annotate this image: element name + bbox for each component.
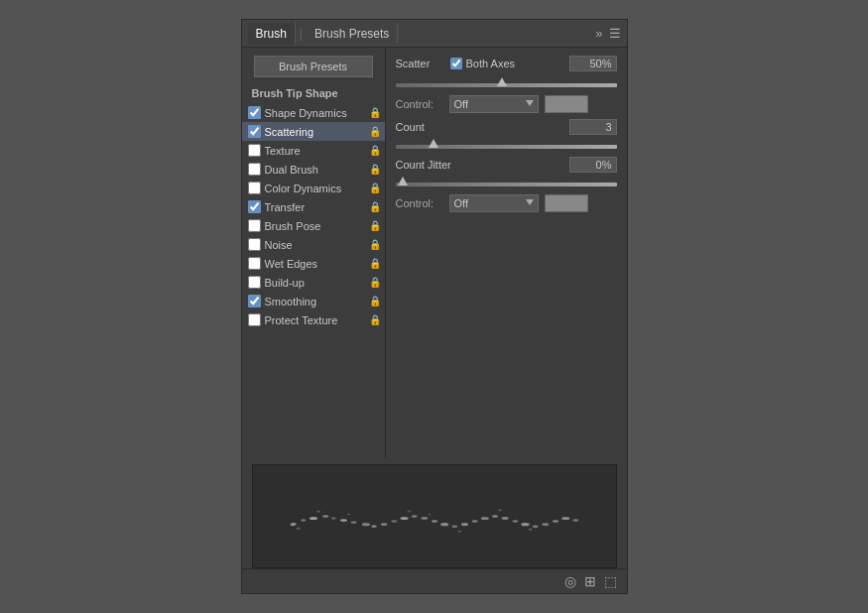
wet-edges-checkbox[interactable] bbox=[248, 257, 261, 270]
protect-texture-checkbox[interactable] bbox=[248, 313, 261, 326]
image-tool-icon[interactable]: ⬚ bbox=[604, 573, 617, 589]
scatter-control-select[interactable]: Off bbox=[449, 95, 539, 113]
grid-tool-icon[interactable]: ⊞ bbox=[584, 573, 596, 589]
dual-brush-checkbox[interactable] bbox=[248, 163, 261, 176]
transfer-checkbox[interactable] bbox=[248, 200, 261, 213]
brush-tip-shape-header: Brush Tip Shape bbox=[242, 83, 385, 103]
sidebar-item-wet-edges[interactable]: Wet Edges 🔒 bbox=[242, 254, 385, 273]
count-jitter-control-row: Control: Off bbox=[396, 194, 617, 212]
count-jitter-value-input[interactable] bbox=[569, 157, 617, 173]
svg-point-3 bbox=[322, 515, 328, 518]
count-label: Count bbox=[396, 121, 569, 133]
brush-stroke-svg bbox=[253, 465, 616, 567]
scatter-value-input[interactable] bbox=[569, 56, 617, 71]
count-jitter-slider-track[interactable] bbox=[396, 175, 617, 190]
svg-point-32 bbox=[407, 511, 411, 513]
svg-point-31 bbox=[347, 514, 350, 516]
sidebar-item-noise[interactable]: Noise 🔒 bbox=[242, 235, 385, 254]
sidebar-item-color-dynamics[interactable]: Color Dynamics 🔒 bbox=[242, 179, 385, 197]
sidebar-item-smoothing[interactable]: Smoothing 🔒 bbox=[242, 292, 385, 310]
noise-checkbox[interactable] bbox=[248, 238, 261, 251]
texture-checkbox[interactable] bbox=[248, 144, 261, 157]
scattering-checkbox[interactable] bbox=[248, 125, 261, 138]
svg-point-36 bbox=[528, 529, 532, 531]
color-dynamics-label: Color Dynamics bbox=[265, 183, 367, 194]
sidebar-item-build-up[interactable]: Build-up 🔒 bbox=[242, 273, 385, 292]
sidebar-item-texture[interactable]: Texture 🔒 bbox=[242, 141, 385, 160]
tab-brush-presets-header[interactable]: Brush Presets bbox=[307, 23, 398, 45]
wet-edges-lock-icon: 🔒 bbox=[369, 258, 381, 269]
svg-point-35 bbox=[498, 510, 502, 512]
count-jitter-slider-thumb[interactable] bbox=[398, 177, 408, 185]
svg-point-17 bbox=[451, 525, 457, 527]
svg-point-33 bbox=[428, 514, 431, 515]
both-axes-label: Both Axes bbox=[466, 58, 516, 69]
tab-brush[interactable]: Brush bbox=[248, 23, 296, 45]
svg-point-7 bbox=[350, 521, 356, 523]
svg-point-4 bbox=[330, 518, 335, 520]
preview-toolbar: ◎ ⊞ ⬚ bbox=[242, 568, 627, 593]
svg-point-20 bbox=[480, 517, 488, 520]
protect-texture-lock-icon: 🔒 bbox=[369, 314, 381, 325]
svg-point-27 bbox=[552, 520, 558, 522]
svg-point-8 bbox=[361, 523, 369, 526]
sidebar-item-dual-brush[interactable]: Dual Brush 🔒 bbox=[242, 160, 385, 179]
protect-texture-label: Protect Texture bbox=[265, 314, 367, 326]
forward-icon[interactable]: » bbox=[595, 26, 602, 41]
color-dynamics-lock-icon: 🔒 bbox=[369, 183, 381, 193]
svg-point-12 bbox=[400, 517, 408, 520]
scatter-slider-track[interactable] bbox=[396, 75, 617, 91]
count-slider-thumb[interactable] bbox=[429, 139, 438, 148]
noise-label: Noise bbox=[265, 239, 367, 251]
sidebar-item-protect-texture[interactable]: Protect Texture 🔒 bbox=[242, 310, 385, 329]
brush-pose-label: Brush Pose bbox=[265, 220, 367, 232]
brush-preview bbox=[252, 464, 617, 568]
build-up-label: Build-up bbox=[265, 277, 367, 289]
brush-pose-lock-icon: 🔒 bbox=[369, 220, 381, 231]
count-slider-track[interactable] bbox=[396, 137, 617, 153]
svg-point-25 bbox=[532, 525, 538, 527]
dual-brush-label: Dual Brush bbox=[265, 164, 367, 176]
sidebar-item-shape-dynamics[interactable]: Shape Dynamics 🔒 bbox=[242, 103, 385, 122]
sidebar-item-scattering[interactable]: Scattering 🔒 bbox=[242, 122, 385, 141]
shape-dynamics-label: Shape Dynamics bbox=[265, 107, 367, 119]
scatter-slider-thumb[interactable] bbox=[497, 77, 507, 86]
brush-presets-button[interactable]: Brush Presets bbox=[254, 56, 373, 77]
sidebar-item-brush-pose[interactable]: Brush Pose 🔒 bbox=[242, 216, 385, 235]
texture-lock-icon: 🔒 bbox=[369, 145, 381, 156]
eye-tool-icon[interactable]: ◎ bbox=[564, 573, 576, 589]
count-jitter-label: Count Jitter bbox=[396, 159, 569, 171]
build-up-checkbox[interactable] bbox=[248, 276, 261, 289]
scattering-content: Scatter Both Axes Control: Off bbox=[386, 48, 627, 458]
scattering-label: Scattering bbox=[265, 126, 367, 138]
svg-point-2 bbox=[309, 517, 316, 520]
dual-brush-lock-icon: 🔒 bbox=[369, 164, 381, 175]
smoothing-checkbox[interactable] bbox=[248, 295, 261, 307]
count-jitter-row: Count Jitter bbox=[396, 157, 617, 173]
menu-icon[interactable]: ☰ bbox=[609, 26, 621, 41]
shape-dynamics-checkbox[interactable] bbox=[248, 106, 261, 119]
svg-point-0 bbox=[290, 523, 296, 527]
brush-pose-checkbox[interactable] bbox=[248, 219, 261, 232]
both-axes-checkbox[interactable] bbox=[450, 58, 462, 69]
svg-point-34 bbox=[457, 531, 461, 533]
svg-point-15 bbox=[431, 520, 436, 522]
svg-point-6 bbox=[339, 519, 346, 522]
tab-separator: | bbox=[300, 27, 303, 41]
svg-point-30 bbox=[316, 510, 320, 512]
scattering-lock-icon: 🔒 bbox=[369, 126, 381, 137]
count-jitter-control-select[interactable]: Off bbox=[449, 194, 539, 212]
noise-lock-icon: 🔒 bbox=[369, 239, 381, 250]
shape-dynamics-lock-icon: 🔒 bbox=[369, 107, 381, 118]
svg-point-28 bbox=[561, 517, 569, 520]
count-jitter-swatch bbox=[545, 194, 588, 212]
brush-panel: Brush | Brush Presets » ☰ Brush Presets … bbox=[241, 19, 628, 594]
scatter-label: Scatter bbox=[396, 58, 450, 69]
scatter-control-swatch bbox=[545, 95, 588, 113]
svg-point-5 bbox=[296, 528, 300, 530]
svg-point-13 bbox=[411, 515, 417, 517]
sidebar-item-transfer[interactable]: Transfer 🔒 bbox=[242, 197, 385, 216]
color-dynamics-checkbox[interactable] bbox=[248, 182, 261, 194]
count-value-input[interactable] bbox=[569, 119, 617, 135]
svg-point-21 bbox=[491, 515, 497, 517]
